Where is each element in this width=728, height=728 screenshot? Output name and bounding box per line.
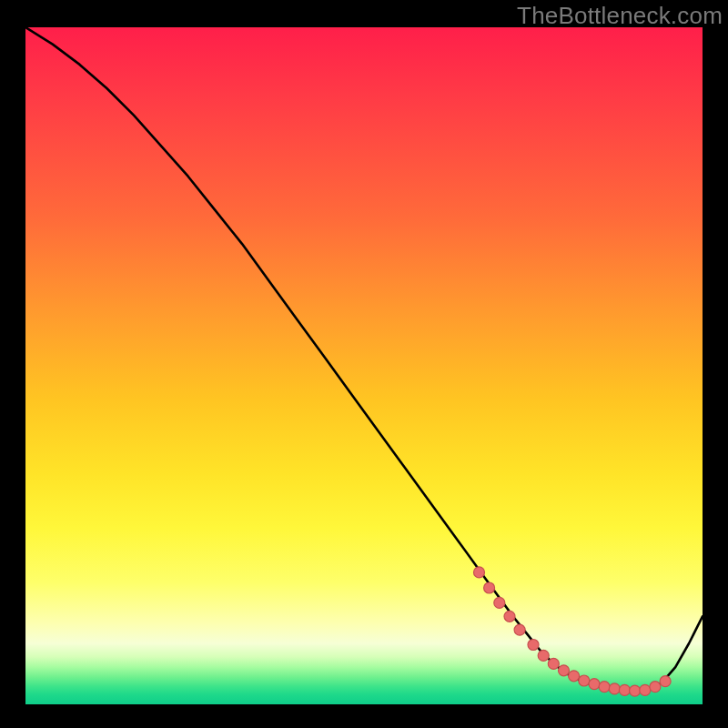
highlight-dot (548, 658, 559, 669)
highlight-dot (474, 567, 485, 578)
watermark-label: TheBottleneck.com (517, 2, 723, 30)
bottleneck-curve (25, 27, 703, 691)
highlight-dot (494, 597, 505, 608)
highlight-dot (650, 682, 661, 693)
highlight-dot (559, 665, 570, 676)
highlight-dots (474, 567, 672, 696)
plot-area (25, 27, 703, 704)
highlight-dot (630, 685, 641, 696)
curve-layer (25, 27, 703, 704)
highlight-dot (484, 582, 495, 593)
highlight-dot (514, 624, 525, 635)
highlight-dot (579, 675, 590, 686)
highlight-dot (589, 679, 600, 690)
highlight-dot (619, 684, 630, 695)
highlight-dot (528, 640, 539, 651)
chart-stage: TheBottleneck.com (0, 0, 728, 728)
highlight-dot (538, 650, 549, 661)
highlight-dot (504, 611, 515, 622)
highlight-dot (609, 683, 620, 694)
highlight-dot (660, 676, 671, 687)
highlight-dot (599, 682, 610, 693)
highlight-dot (640, 684, 651, 695)
highlight-dot (569, 671, 580, 682)
